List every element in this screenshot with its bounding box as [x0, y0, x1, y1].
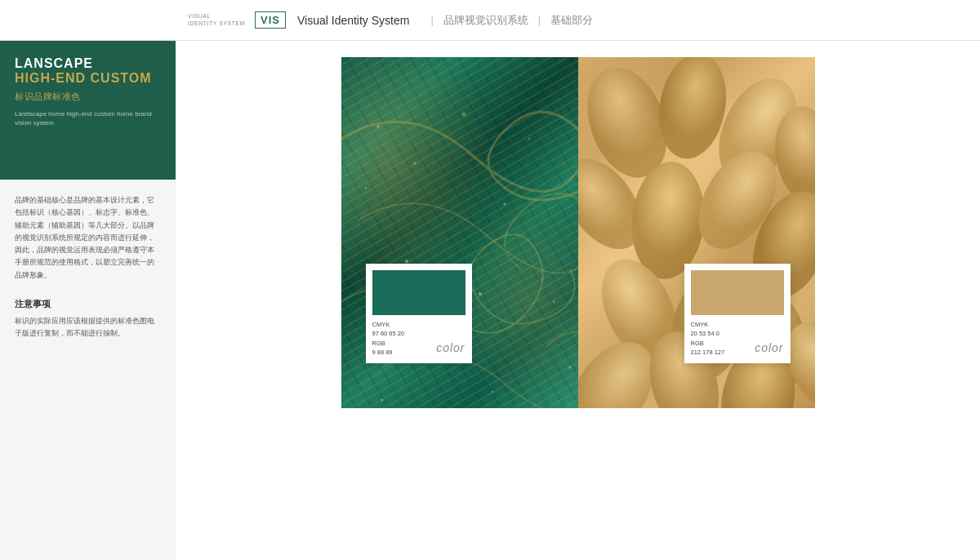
golden-petals-image: CMYK 20 53 54 0 RGB 212 178 127 color: [578, 57, 815, 408]
svg-point-1: [413, 162, 416, 165]
svg-point-5: [552, 301, 555, 304]
sidebar-body-text: 品牌的基础核心是品牌的基本设计元素，它包括标识（核心基因）、标志字、标准色、辅助…: [15, 194, 161, 282]
header: VISUAL IDENTITY SYSTEM VIS Visual Identi…: [0, 0, 980, 41]
teal-color-word: color: [436, 340, 465, 357]
images-container: CMYK 97 60 65 20 RGB 9 88 89 color: [341, 57, 815, 408]
main-layout: LANSCAPE HIGH-END CUSTOM 标识品牌标准色 Landsca…: [0, 41, 980, 560]
vis-box: VIS: [255, 11, 286, 29]
svg-point-3: [503, 203, 506, 206]
teal-swatch: [372, 270, 466, 315]
teal-cmyk-values: 97 60 65 20: [372, 329, 466, 338]
svg-point-2: [461, 113, 466, 117]
svg-point-11: [568, 366, 572, 369]
svg-point-13: [491, 391, 493, 393]
gold-cmyk-label: CMYK: [691, 320, 784, 329]
svg-point-0: [376, 125, 380, 128]
brand-name-line2: HIGH-END CUSTOM: [15, 71, 161, 86]
brand-name-line1: LANSCAPE: [15, 56, 161, 71]
svg-point-8: [528, 138, 530, 140]
teal-rgb-values: 9 88 89: [372, 348, 393, 357]
header-subtitle2: 基础部分: [550, 13, 593, 28]
teal-rgb-info: RGB 9 88 89: [372, 339, 393, 358]
sidebar-note-text: 标识的实际应用应该根据提供的标准色图电子版进行复制，而不能进行抽制。: [15, 315, 161, 340]
content-area: CMYK 97 60 65 20 RGB 9 88 89 color: [176, 41, 980, 560]
gold-rgb-label: RGB: [691, 339, 725, 348]
color-card-gold: CMYK 20 53 54 0 RGB 212 178 127 color: [684, 264, 791, 363]
gold-color-info: CMYK 20 53 54 0 RGB 212 178 127 color: [691, 320, 784, 357]
svg-point-7: [381, 399, 383, 402]
svg-point-9: [479, 292, 482, 296]
teal-color-info: CMYK 97 60 65 20 RGB 9 88 89 color: [372, 320, 466, 357]
sidebar-note-title: 注意事项: [15, 298, 161, 310]
svg-point-12: [365, 187, 367, 189]
teal-rgb-row: RGB 9 88 89 color: [372, 339, 466, 358]
gold-cmyk-values: 20 53 54 0: [691, 329, 784, 338]
header-sep1: |: [430, 14, 433, 26]
teal-marble-image: CMYK 97 60 65 20 RGB 9 88 89 color: [341, 57, 578, 408]
brand-desc-en: Landscape home high-end custom home bran…: [15, 109, 161, 127]
sidebar-body: 品牌的基础核心是品牌的基本设计元素，它包括标识（核心基因）、标志字、标准色、辅助…: [0, 180, 176, 560]
teal-rgb-label: RGB: [372, 339, 393, 348]
teal-cmyk-label: CMYK: [372, 320, 466, 329]
header-title: Visual Identity System: [297, 14, 409, 27]
gold-swatch: [691, 270, 784, 315]
gold-rgb-row: RGB 212 178 127 color: [691, 339, 784, 358]
color-card-teal: CMYK 97 60 65 20 RGB 9 88 89 color: [366, 264, 472, 363]
sidebar: LANSCAPE HIGH-END CUSTOM 标识品牌标准色 Landsca…: [0, 41, 176, 560]
gold-rgb-values: 212 178 127: [691, 348, 725, 357]
gold-rgb-info: RGB 212 178 127: [691, 339, 725, 358]
brand-subtitle-cn: 标识品牌标准色: [15, 91, 161, 103]
gold-color-word: color: [755, 340, 783, 357]
sidebar-brand-block: LANSCAPE HIGH-END CUSTOM 标识品牌标准色 Landsca…: [0, 41, 176, 180]
header-sep2: |: [538, 14, 541, 26]
svg-point-4: [405, 260, 408, 263]
vis-small-label: VISUAL IDENTITY SYSTEM: [188, 13, 245, 27]
header-subtitle1: 品牌视觉识别系统: [443, 13, 528, 28]
